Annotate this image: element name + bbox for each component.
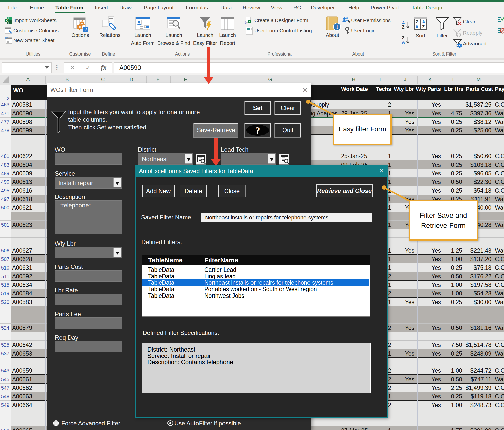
svg-text:A: A	[415, 24, 418, 29]
svg-text:X: X	[249, 20, 250, 23]
svg-text:A: A	[402, 40, 405, 45]
svg-text:Z: Z	[422, 24, 425, 29]
svg-text:A: A	[422, 20, 425, 24]
svg-text:i: i	[336, 24, 338, 30]
svg-text:↗: ↗	[84, 27, 87, 32]
svg-text:Z: Z	[402, 25, 404, 30]
svg-text:Z: Z	[416, 20, 418, 24]
svg-text:X: X	[6, 19, 8, 22]
